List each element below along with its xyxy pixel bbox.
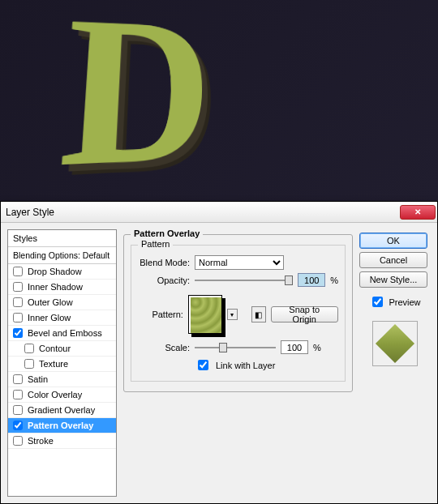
style-checkbox[interactable]	[13, 267, 23, 276]
style-item-texture[interactable]: Texture	[8, 357, 116, 372]
dialog-body: Styles Blending Options: Default Drop Sh…	[1, 223, 437, 503]
preview-swatch	[372, 321, 418, 366]
right-buttons: OK Cancel New Style... Preview	[359, 229, 431, 497]
cancel-button[interactable]: Cancel	[359, 252, 427, 268]
pattern-dropdown[interactable]: ▾	[227, 309, 237, 320]
preview-thumbnail	[376, 324, 414, 363]
style-checkbox[interactable]	[13, 282, 23, 292]
style-item-outer-glow[interactable]: Outer Glow	[8, 295, 116, 310]
artwork-letter: D	[54, 0, 212, 201]
style-checkbox[interactable]	[13, 390, 23, 399]
style-item-contour[interactable]: Contour	[8, 341, 116, 357]
style-item-drop-shadow[interactable]: Drop Shadow	[8, 264, 116, 280]
style-checkbox[interactable]	[13, 421, 23, 430]
style-item-pattern-overlay[interactable]: Pattern Overlay	[8, 418, 116, 434]
preview-checkbox[interactable]	[372, 297, 383, 307]
canvas-preview: D	[0, 0, 438, 201]
styles-header[interactable]: Styles	[8, 230, 116, 247]
style-item-satin[interactable]: Satin	[8, 372, 116, 387]
opacity-slider[interactable]	[195, 274, 293, 287]
style-item-stroke[interactable]: Stroke	[8, 434, 116, 449]
style-label: Inner Shadow	[28, 282, 83, 292]
style-label: Drop Shadow	[28, 267, 82, 276]
new-style-button[interactable]: New Style...	[359, 271, 427, 288]
style-label: Color Overlay	[28, 390, 82, 399]
style-label: Contour	[39, 344, 71, 353]
style-item-inner-glow[interactable]: Inner Glow	[8, 310, 116, 326]
link-with-layer-checkbox[interactable]	[198, 360, 208, 370]
group-title: Pattern Overlay	[131, 229, 203, 238]
close-button[interactable]: ✕	[400, 205, 436, 220]
style-label: Gradient Overlay	[28, 405, 95, 415]
style-label: Satin	[28, 374, 48, 384]
opacity-input[interactable]	[298, 273, 325, 287]
pattern-group: Pattern Blend Mode: Normal Opacity:	[131, 245, 346, 382]
new-preset-icon[interactable]: ◧	[251, 306, 266, 322]
layer-style-dialog: Layer Style ✕ Styles Blending Options: D…	[0, 201, 438, 504]
styles-list: Styles Blending Options: Default Drop Sh…	[7, 229, 117, 497]
preview-label: Preview	[389, 297, 420, 307]
blend-mode-label: Blend Mode:	[138, 258, 190, 267]
style-checkbox[interactable]	[13, 328, 23, 338]
snap-to-origin-button[interactable]: Snap to Origin	[271, 306, 338, 322]
scale-unit: %	[313, 343, 321, 352]
scale-input[interactable]	[281, 340, 308, 354]
style-checkbox[interactable]	[24, 344, 34, 353]
ok-button[interactable]: OK	[359, 233, 427, 249]
pattern-swatch[interactable]	[188, 295, 222, 334]
scale-slider[interactable]	[195, 341, 276, 354]
style-item-color-overlay[interactable]: Color Overlay	[8, 387, 116, 403]
style-label: Bevel and Emboss	[28, 328, 102, 338]
style-checkbox[interactable]	[13, 313, 23, 322]
scale-label: Scale:	[138, 343, 190, 352]
style-label: Stroke	[28, 436, 54, 446]
pattern-label: Pattern:	[138, 310, 183, 319]
style-item-bevel-and-emboss[interactable]: Bevel and Emboss	[8, 326, 116, 341]
style-label: Inner Glow	[28, 313, 71, 322]
blend-mode-select[interactable]: Normal	[195, 255, 284, 270]
dialog-title: Layer Style	[6, 207, 400, 218]
link-with-layer-label: Link with Layer	[216, 361, 275, 370]
pattern-overlay-group: Pattern Overlay Pattern Blend Mode: Norm…	[123, 234, 353, 392]
style-item-inner-shadow[interactable]: Inner Shadow	[8, 280, 116, 295]
style-label: Pattern Overlay	[28, 421, 93, 430]
style-label: Outer Glow	[28, 297, 73, 307]
titlebar: Layer Style ✕	[1, 202, 437, 223]
pattern-subtitle: Pattern	[138, 239, 173, 249]
settings-panel: Pattern Overlay Pattern Blend Mode: Norm…	[123, 229, 353, 497]
opacity-label: Opacity:	[138, 275, 190, 285]
style-checkbox[interactable]	[13, 405, 23, 415]
style-label: Texture	[39, 359, 68, 369]
style-checkbox[interactable]	[13, 436, 23, 446]
blending-options[interactable]: Blending Options: Default	[8, 247, 116, 264]
opacity-unit: %	[330, 275, 338, 285]
style-checkbox[interactable]	[24, 359, 34, 369]
style-checkbox[interactable]	[13, 297, 23, 307]
chevron-down-icon: ▾	[230, 311, 234, 318]
close-icon: ✕	[414, 207, 421, 216]
style-item-gradient-overlay[interactable]: Gradient Overlay	[8, 403, 116, 418]
style-checkbox[interactable]	[13, 374, 23, 384]
